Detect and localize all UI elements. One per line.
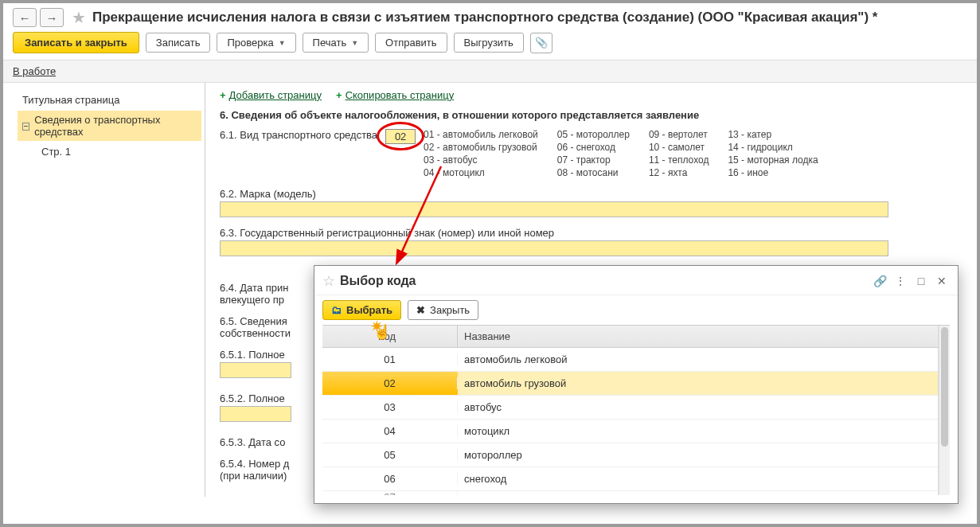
section-6-title: 6. Сведения об объекте налогообложения, … — [220, 109, 962, 121]
status-in-work-link[interactable]: В работе — [13, 65, 56, 77]
close-icon[interactable]: ✕ — [934, 275, 950, 287]
nav-vehicles[interactable]: Сведения о транспортных средствах — [18, 111, 201, 141]
page-title: Прекращение исчисления налога в связи с … — [92, 10, 877, 25]
vehicle-type-legend: 01 - автомобиль легковой 05 - мотороллер… — [424, 129, 818, 178]
check-button[interactable]: Проверка▼ — [217, 33, 295, 53]
row-651-input[interactable] — [220, 362, 291, 378]
favorite-star-icon[interactable]: ★ — [67, 8, 89, 27]
nav-title-page[interactable]: Титульная страница — [18, 91, 201, 109]
save-and-close-button[interactable]: Записать и закрыть — [13, 32, 139, 53]
vehicle-type-code-input[interactable]: 02 — [385, 129, 416, 144]
plus-icon: + — [220, 89, 226, 101]
send-button[interactable]: Отправить — [375, 33, 447, 53]
link-icon[interactable]: 🔗 — [872, 275, 888, 287]
select-icon: 🗂 — [331, 304, 342, 316]
caret-down-icon: ▼ — [279, 39, 286, 47]
modal-title: Выбор кода — [340, 274, 867, 288]
paperclip-icon: 📎 — [535, 37, 548, 49]
row-61-label: 6.1. Вид транспортного средства — [220, 129, 377, 141]
grid-row[interactable]: 06 снегоход — [322, 467, 938, 491]
col-header-name[interactable]: Название — [458, 326, 938, 347]
grid-row[interactable]: 04 мотоцикл — [322, 420, 938, 443]
maximize-icon[interactable]: □ — [913, 275, 929, 287]
export-button[interactable]: Выгрузить — [454, 33, 524, 53]
reg-number-input[interactable] — [220, 240, 888, 256]
back-button[interactable]: ← — [13, 8, 37, 27]
select-button[interactable]: 🗂 Выбрать — [322, 300, 401, 320]
code-selection-modal: ☆ Выбор кода 🔗 ⋮ □ ✕ 🗂 Выбрать ✖ Закрыть… — [314, 265, 959, 504]
row-63-label: 6.3. Государственный регистрационный зна… — [220, 227, 962, 239]
code-grid[interactable]: Код Название 01 автомобиль легковой 02 а… — [322, 326, 939, 495]
row-652-input[interactable] — [220, 406, 291, 422]
vertical-scrollbar[interactable] — [939, 326, 950, 495]
grid-row[interactable]: 07 — [322, 491, 938, 495]
grid-row[interactable]: 03 автобус — [322, 396, 938, 420]
close-button[interactable]: ✖ Закрыть — [408, 300, 478, 320]
attach-button[interactable]: 📎 — [530, 33, 552, 53]
print-button[interactable]: Печать▼ — [303, 33, 369, 53]
forward-button[interactable]: → — [40, 8, 64, 27]
grid-row[interactable]: 01 автомобиль легковой — [322, 348, 938, 372]
collapse-icon[interactable] — [22, 123, 29, 131]
scroll-thumb[interactable] — [941, 327, 948, 447]
caret-down-icon: ▼ — [351, 39, 358, 47]
grid-row[interactable]: 05 мотороллер — [322, 443, 938, 467]
copy-page-link[interactable]: Скопировать страницу — [346, 89, 455, 101]
x-icon: ✖ — [416, 304, 425, 316]
brand-model-input[interactable] — [220, 201, 888, 217]
nav-page-1[interactable]: Стр. 1 — [18, 142, 201, 161]
row-62-label: 6.2. Марка (модель) — [220, 188, 962, 200]
save-button[interactable]: Записать — [146, 33, 211, 53]
more-icon[interactable]: ⋮ — [892, 275, 908, 287]
annotation-click-cursor: ✷ ☝️ — [373, 323, 391, 341]
add-page-link[interactable]: Добавить страницу — [229, 89, 322, 101]
grid-row-selected[interactable]: 02 автомобиль грузовой — [322, 372, 938, 396]
favorite-star-icon[interactable]: ☆ — [322, 272, 335, 290]
plus-icon: + — [336, 89, 342, 101]
